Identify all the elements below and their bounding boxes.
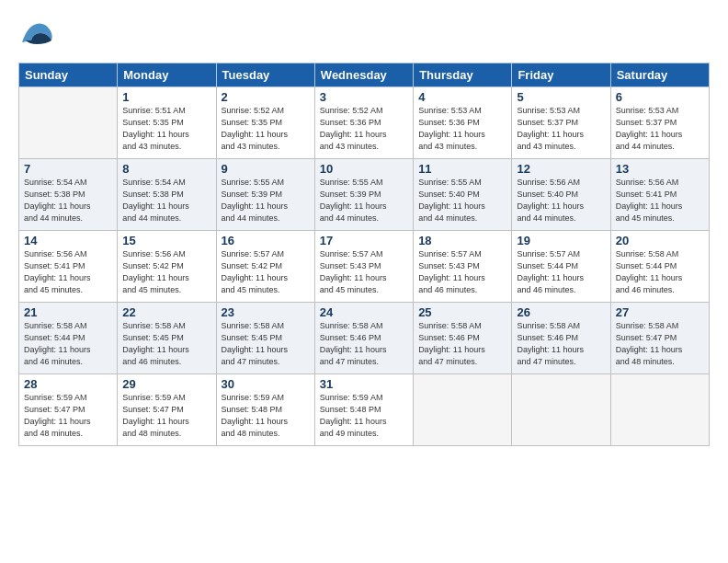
day-number: 15 <box>122 234 210 247</box>
day-info: Sunrise: 5:53 AMSunset: 5:37 PMDaylight:… <box>517 106 584 151</box>
week-row-3: 14 Sunrise: 5:56 AMSunset: 5:41 PMDaylig… <box>19 231 710 303</box>
calendar-cell: 30 Sunrise: 5:59 AMSunset: 5:48 PMDaylig… <box>216 374 314 446</box>
calendar-cell: 5 Sunrise: 5:53 AMSunset: 5:37 PMDayligh… <box>512 87 610 159</box>
weekday-header-saturday: Saturday <box>610 63 709 87</box>
week-row-5: 28 Sunrise: 5:59 AMSunset: 5:47 PMDaylig… <box>19 374 710 446</box>
day-number: 10 <box>320 162 408 176</box>
calendar-cell: 8 Sunrise: 5:54 AMSunset: 5:38 PMDayligh… <box>118 159 216 231</box>
weekday-header-thursday: Thursday <box>414 63 512 87</box>
day-info: Sunrise: 5:56 AMSunset: 5:41 PMDaylight:… <box>616 178 683 223</box>
generalblue-logo-icon <box>18 17 55 53</box>
day-number: 12 <box>517 162 605 176</box>
calendar-cell: 7 Sunrise: 5:54 AMSunset: 5:38 PMDayligh… <box>19 159 118 231</box>
day-number: 22 <box>122 305 210 319</box>
day-info: Sunrise: 5:56 AMSunset: 5:41 PMDaylight:… <box>24 249 91 294</box>
calendar-cell: 20 Sunrise: 5:58 AMSunset: 5:44 PMDaylig… <box>610 231 709 303</box>
day-info: Sunrise: 5:52 AMSunset: 5:36 PMDaylight:… <box>320 106 387 151</box>
day-info: Sunrise: 5:59 AMSunset: 5:47 PMDaylight:… <box>24 393 91 438</box>
day-number: 24 <box>320 305 408 319</box>
calendar-cell <box>414 374 512 446</box>
day-number: 11 <box>418 162 506 176</box>
day-number: 21 <box>24 305 112 319</box>
day-info: Sunrise: 5:57 AMSunset: 5:42 PMDaylight:… <box>222 249 289 294</box>
calendar-cell: 31 Sunrise: 5:59 AMSunset: 5:48 PMDaylig… <box>314 374 413 446</box>
day-number: 26 <box>517 305 605 319</box>
day-info: Sunrise: 5:58 AMSunset: 5:46 PMDaylight:… <box>517 321 584 366</box>
calendar-cell: 14 Sunrise: 5:56 AMSunset: 5:41 PMDaylig… <box>19 231 118 303</box>
day-number: 4 <box>418 90 506 104</box>
day-info: Sunrise: 5:58 AMSunset: 5:47 PMDaylight:… <box>616 321 683 366</box>
calendar-cell: 18 Sunrise: 5:57 AMSunset: 5:43 PMDaylig… <box>414 231 512 303</box>
day-info: Sunrise: 5:53 AMSunset: 5:36 PMDaylight:… <box>418 106 485 151</box>
day-info: Sunrise: 5:58 AMSunset: 5:44 PMDaylight:… <box>24 321 91 366</box>
calendar-cell: 9 Sunrise: 5:55 AMSunset: 5:39 PMDayligh… <box>216 159 314 231</box>
calendar-cell: 27 Sunrise: 5:58 AMSunset: 5:47 PMDaylig… <box>610 303 709 374</box>
day-info: Sunrise: 5:58 AMSunset: 5:44 PMDaylight:… <box>616 249 683 294</box>
day-number: 14 <box>24 234 112 247</box>
day-info: Sunrise: 5:54 AMSunset: 5:38 PMDaylight:… <box>24 178 91 223</box>
calendar-cell: 21 Sunrise: 5:58 AMSunset: 5:44 PMDaylig… <box>19 303 118 374</box>
week-row-4: 21 Sunrise: 5:58 AMSunset: 5:44 PMDaylig… <box>19 303 710 374</box>
weekday-header-friday: Friday <box>512 63 610 87</box>
calendar-cell: 28 Sunrise: 5:59 AMSunset: 5:47 PMDaylig… <box>19 374 118 446</box>
day-number: 8 <box>122 162 210 176</box>
day-info: Sunrise: 5:57 AMSunset: 5:43 PMDaylight:… <box>418 249 485 294</box>
day-number: 9 <box>222 162 310 176</box>
day-info: Sunrise: 5:52 AMSunset: 5:35 PMDaylight:… <box>222 106 289 151</box>
day-info: Sunrise: 5:51 AMSunset: 5:35 PMDaylight:… <box>122 106 189 151</box>
day-info: Sunrise: 5:59 AMSunset: 5:48 PMDaylight:… <box>320 393 387 438</box>
calendar-cell: 15 Sunrise: 5:56 AMSunset: 5:42 PMDaylig… <box>118 231 216 303</box>
calendar-cell: 6 Sunrise: 5:53 AMSunset: 5:37 PMDayligh… <box>610 87 709 159</box>
calendar-cell: 13 Sunrise: 5:56 AMSunset: 5:41 PMDaylig… <box>610 159 709 231</box>
logo <box>18 17 59 53</box>
calendar-cell: 1 Sunrise: 5:51 AMSunset: 5:35 PMDayligh… <box>118 87 216 159</box>
calendar-cell: 2 Sunrise: 5:52 AMSunset: 5:35 PMDayligh… <box>216 87 314 159</box>
day-info: Sunrise: 5:55 AMSunset: 5:39 PMDaylight:… <box>320 178 387 223</box>
day-number: 31 <box>320 377 408 391</box>
calendar-cell: 25 Sunrise: 5:58 AMSunset: 5:46 PMDaylig… <box>414 303 512 374</box>
day-info: Sunrise: 5:58 AMSunset: 5:45 PMDaylight:… <box>122 321 189 366</box>
day-info: Sunrise: 5:58 AMSunset: 5:46 PMDaylight:… <box>418 321 485 366</box>
calendar-cell <box>610 374 709 446</box>
day-number: 28 <box>24 377 112 391</box>
day-number: 5 <box>517 90 605 104</box>
calendar-cell: 29 Sunrise: 5:59 AMSunset: 5:47 PMDaylig… <box>118 374 216 446</box>
weekday-header-monday: Monday <box>118 63 216 87</box>
day-info: Sunrise: 5:56 AMSunset: 5:40 PMDaylight:… <box>517 178 584 223</box>
calendar-cell: 10 Sunrise: 5:55 AMSunset: 5:39 PMDaylig… <box>314 159 413 231</box>
day-info: Sunrise: 5:58 AMSunset: 5:46 PMDaylight:… <box>320 321 387 366</box>
day-number: 20 <box>616 234 704 247</box>
calendar-cell: 23 Sunrise: 5:58 AMSunset: 5:45 PMDaylig… <box>216 303 314 374</box>
day-info: Sunrise: 5:56 AMSunset: 5:42 PMDaylight:… <box>122 249 189 294</box>
day-number: 1 <box>122 90 210 104</box>
weekday-header-wednesday: Wednesday <box>314 63 413 87</box>
day-number: 30 <box>222 377 310 391</box>
calendar-cell: 24 Sunrise: 5:58 AMSunset: 5:46 PMDaylig… <box>314 303 413 374</box>
day-number: 25 <box>418 305 506 319</box>
day-info: Sunrise: 5:59 AMSunset: 5:48 PMDaylight:… <box>222 393 289 438</box>
weekday-header-row: SundayMondayTuesdayWednesdayThursdayFrid… <box>19 63 710 87</box>
week-row-1: 1 Sunrise: 5:51 AMSunset: 5:35 PMDayligh… <box>19 87 710 159</box>
day-number: 23 <box>222 305 310 319</box>
calendar-cell: 4 Sunrise: 5:53 AMSunset: 5:36 PMDayligh… <box>414 87 512 159</box>
calendar-cell: 26 Sunrise: 5:58 AMSunset: 5:46 PMDaylig… <box>512 303 610 374</box>
weekday-header-sunday: Sunday <box>19 63 118 87</box>
day-number: 13 <box>616 162 704 176</box>
calendar-cell: 16 Sunrise: 5:57 AMSunset: 5:42 PMDaylig… <box>216 231 314 303</box>
day-number: 18 <box>418 234 506 247</box>
day-number: 27 <box>616 305 704 319</box>
day-info: Sunrise: 5:55 AMSunset: 5:40 PMDaylight:… <box>418 178 485 223</box>
day-number: 2 <box>222 90 310 104</box>
day-info: Sunrise: 5:57 AMSunset: 5:44 PMDaylight:… <box>517 249 584 294</box>
day-number: 7 <box>24 162 112 176</box>
day-number: 19 <box>517 234 605 247</box>
calendar-table: SundayMondayTuesdayWednesdayThursdayFrid… <box>18 63 710 446</box>
day-info: Sunrise: 5:55 AMSunset: 5:39 PMDaylight:… <box>222 178 289 223</box>
day-number: 3 <box>320 90 408 104</box>
calendar-cell: 12 Sunrise: 5:56 AMSunset: 5:40 PMDaylig… <box>512 159 610 231</box>
day-number: 16 <box>222 234 310 247</box>
day-info: Sunrise: 5:58 AMSunset: 5:45 PMDaylight:… <box>222 321 289 366</box>
week-row-2: 7 Sunrise: 5:54 AMSunset: 5:38 PMDayligh… <box>19 159 710 231</box>
day-info: Sunrise: 5:57 AMSunset: 5:43 PMDaylight:… <box>320 249 387 294</box>
calendar-cell: 19 Sunrise: 5:57 AMSunset: 5:44 PMDaylig… <box>512 231 610 303</box>
